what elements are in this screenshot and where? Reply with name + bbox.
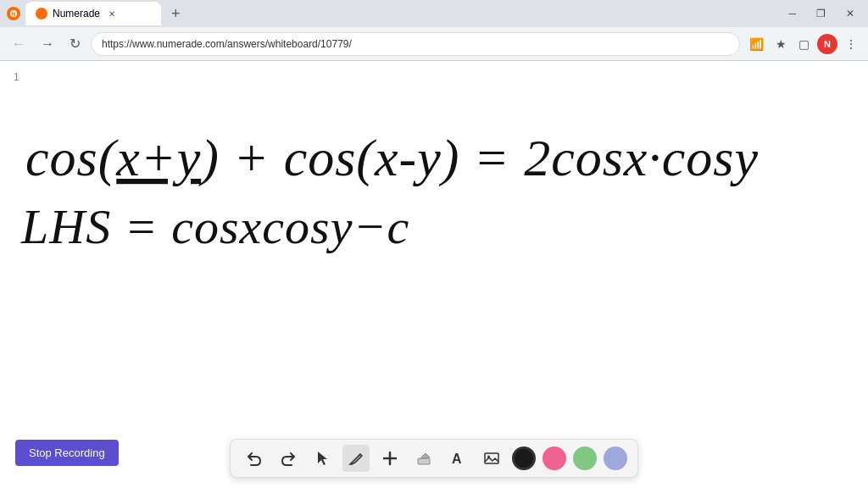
restore-button[interactable]: ❐ [810, 6, 832, 21]
svg-text:LHS = cosxcosy−c: LHS = cosxcosy−c [20, 199, 409, 254]
image-icon [483, 450, 500, 467]
nav-right-controls: 📶 ★ ▢ N ⋮ [745, 34, 861, 54]
add-button[interactable] [376, 445, 403, 472]
bookmark-icon[interactable]: ★ [771, 34, 791, 54]
image-button[interactable] [478, 445, 505, 472]
forward-button[interactable]: → [36, 33, 59, 55]
tools-panel: A [230, 439, 638, 478]
back-button[interactable]: ← [7, 33, 31, 55]
math-content: cos(x+y) + cos(x-y) = 2cosx·cosy LHS = c… [17, 112, 780, 285]
navigation-bar: ← → ↻ 📶 ★ ▢ N ⋮ [0, 27, 868, 61]
browser-tab[interactable]: Numerade ✕ [25, 2, 161, 25]
browser-logo: N [7, 7, 20, 20]
menu-icon[interactable]: ⋮ [841, 34, 861, 54]
color-green-button[interactable] [573, 446, 597, 470]
eraser-button[interactable] [410, 445, 437, 472]
profile-avatar[interactable]: N [817, 34, 837, 54]
svg-text:N: N [11, 11, 15, 17]
address-bar[interactable] [91, 32, 740, 56]
title-bar: N Numerade ✕ + ─ ❐ ✕ [0, 0, 868, 27]
page-number: 1 [14, 71, 19, 83]
tab-close-button[interactable]: ✕ [105, 7, 119, 20]
add-icon [381, 450, 398, 467]
browser-window: N Numerade ✕ + ─ ❐ ✕ ← → ↻ 📶 ★ ▢ N ⋮ [0, 0, 868, 488]
svg-rect-10 [485, 453, 498, 463]
svg-rect-8 [418, 458, 430, 464]
select-button[interactable] [309, 445, 336, 472]
color-purple-button[interactable] [604, 446, 627, 470]
close-button[interactable]: ✕ [839, 6, 861, 21]
tab-favicon [36, 8, 47, 19]
color-black-button[interactable] [512, 446, 536, 470]
title-bar-controls: ─ ❐ ✕ [782, 6, 861, 21]
cursor-icon [314, 450, 331, 467]
redo-icon [280, 450, 297, 467]
refresh-button[interactable]: ↻ [64, 32, 86, 55]
svg-marker-4 [318, 452, 327, 465]
text-icon: A [449, 450, 466, 467]
svg-text:cos(x+y) + cos(x-y) = 2cosx·co: cos(x+y) + cos(x-y) = 2cosx·cosy [25, 129, 759, 187]
pen-button[interactable] [342, 445, 370, 472]
pen-icon [348, 450, 364, 467]
extensions-icon[interactable]: ▢ [794, 34, 814, 54]
bottom-toolbar: Stop Recording [0, 439, 868, 478]
undo-button[interactable] [241, 445, 268, 472]
math-svg: cos(x+y) + cos(x-y) = 2cosx·cosy LHS = c… [17, 112, 780, 281]
color-pink-button[interactable] [542, 446, 566, 470]
redo-button[interactable] [275, 445, 302, 472]
title-bar-left: N Numerade ✕ + [7, 2, 775, 25]
text-button[interactable]: A [444, 445, 471, 472]
cast-icon[interactable]: 📶 [745, 34, 768, 54]
eraser-icon [415, 450, 432, 467]
svg-text:A: A [452, 452, 462, 466]
whiteboard-area: 1 cos(x+y) + cos(x-y) = 2cosx·cosy LHS =… [0, 61, 868, 488]
stop-recording-button[interactable]: Stop Recording [15, 440, 119, 466]
tab-title: Numerade [53, 8, 100, 19]
minimize-button[interactable]: ─ [782, 6, 803, 21]
new-tab-button[interactable]: + [166, 3, 186, 25]
undo-icon [246, 450, 263, 467]
